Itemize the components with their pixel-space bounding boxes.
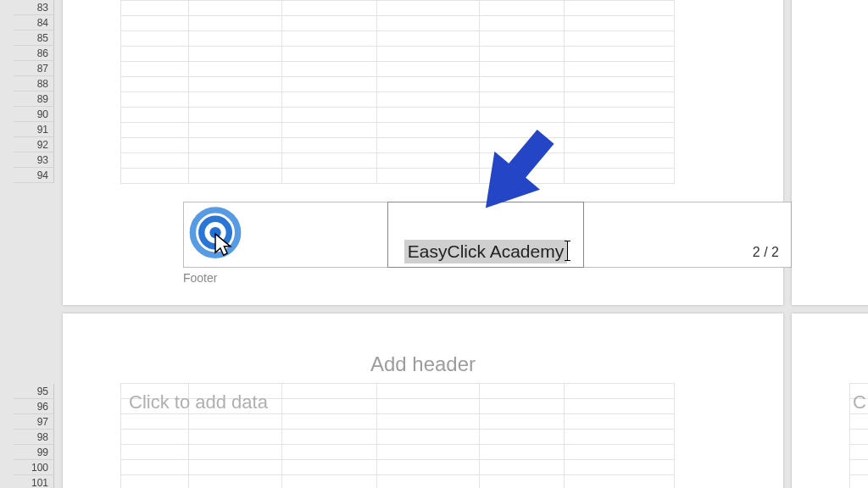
footer-area[interactable]: EasyClick Academy 2 / 2 (183, 202, 792, 268)
right-partial-placeholder: C (853, 391, 866, 413)
page-bottom: Add header Click to add data (63, 313, 783, 488)
footer-label: Footer (183, 271, 217, 285)
row-header[interactable]: 92 (14, 137, 54, 152)
add-header-placeholder[interactable]: Add header (63, 352, 783, 376)
row-header[interactable]: 96 (14, 399, 54, 414)
row-header[interactable]: 91 (14, 122, 54, 137)
page-top: EasyClick Academy 2 / 2 Footer (63, 0, 783, 305)
row-header[interactable]: 99 (14, 445, 54, 460)
row-header[interactable]: 101 (14, 475, 54, 488)
row-header[interactable]: 88 (14, 76, 54, 92)
footer-right-section[interactable]: 2 / 2 (584, 202, 791, 267)
spreadsheet-grid[interactable] (120, 0, 675, 185)
page-top-right (792, 0, 868, 305)
row-header[interactable]: 86 (14, 46, 54, 61)
row-header[interactable]: 94 (14, 168, 54, 183)
row-header[interactable]: 84 (14, 15, 54, 30)
row-header[interactable]: 90 (14, 107, 54, 122)
footer-center-section[interactable]: EasyClick Academy (387, 202, 584, 268)
row-header[interactable]: 87 (14, 61, 54, 76)
row-header[interactable]: 83 (14, 0, 54, 15)
footer-left-section[interactable] (184, 202, 387, 267)
row-header[interactable]: 100 (14, 460, 54, 475)
row-header[interactable]: 93 (14, 152, 54, 168)
row-header[interactable]: 97 (14, 414, 54, 430)
footer-center-text[interactable]: EasyClick Academy (404, 240, 567, 263)
row-header[interactable]: 98 (14, 430, 54, 445)
row-header[interactable]: 89 (14, 92, 54, 107)
row-header[interactable]: 85 (14, 30, 54, 46)
click-to-add-data-placeholder[interactable]: Click to add data (129, 391, 268, 413)
row-header[interactable]: 95 (14, 384, 54, 399)
row-headers-top: 83 84 85 86 87 88 89 90 91 92 93 94 (14, 0, 54, 183)
row-headers-bottom: 95 96 97 98 99 100 101 (14, 384, 54, 488)
footer-page-number: 2 / 2 (753, 245, 779, 260)
page-bottom-right: C (792, 313, 868, 488)
